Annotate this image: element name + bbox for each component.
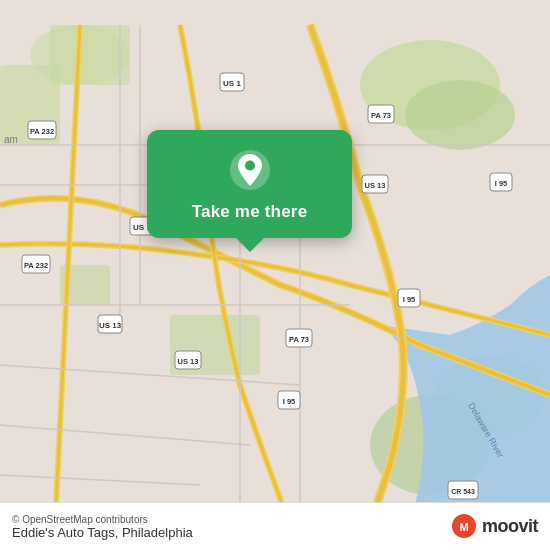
svg-text:US 13: US 13 bbox=[178, 357, 199, 366]
svg-text:CR 543: CR 543 bbox=[451, 488, 475, 495]
map-background: Delaware River US 1 US 1 bbox=[0, 0, 550, 550]
take-me-there-button[interactable]: Take me there bbox=[192, 202, 308, 222]
moovit-wordmark: moovit bbox=[482, 516, 538, 537]
svg-text:I 95: I 95 bbox=[283, 397, 296, 406]
svg-point-49 bbox=[245, 161, 255, 171]
svg-text:am: am bbox=[4, 134, 18, 145]
svg-text:PA 73: PA 73 bbox=[289, 335, 309, 344]
moovit-logo: M moovit bbox=[450, 513, 538, 541]
moovit-icon: M bbox=[450, 513, 478, 541]
svg-point-2 bbox=[405, 80, 515, 150]
svg-text:US 1: US 1 bbox=[223, 79, 241, 88]
svg-text:PA 232: PA 232 bbox=[30, 127, 54, 136]
svg-text:PA 232: PA 232 bbox=[24, 261, 48, 270]
svg-text:I 95: I 95 bbox=[495, 179, 508, 188]
location-popup: Take me there bbox=[147, 130, 352, 238]
svg-text:US 13: US 13 bbox=[99, 321, 122, 330]
location-pin-icon bbox=[228, 148, 272, 192]
bottom-left-section: © OpenStreetMap contributors Eddie's Aut… bbox=[12, 514, 193, 540]
bottom-info-bar: © OpenStreetMap contributors Eddie's Aut… bbox=[0, 502, 550, 550]
svg-text:I 95: I 95 bbox=[403, 295, 416, 304]
osm-attribution: © OpenStreetMap contributors bbox=[12, 514, 193, 525]
svg-text:PA 73: PA 73 bbox=[371, 111, 391, 120]
map-container: Delaware River US 1 US 1 bbox=[0, 0, 550, 550]
svg-text:US 13: US 13 bbox=[365, 181, 386, 190]
location-label: Eddie's Auto Tags, Philadelphia bbox=[12, 525, 193, 540]
